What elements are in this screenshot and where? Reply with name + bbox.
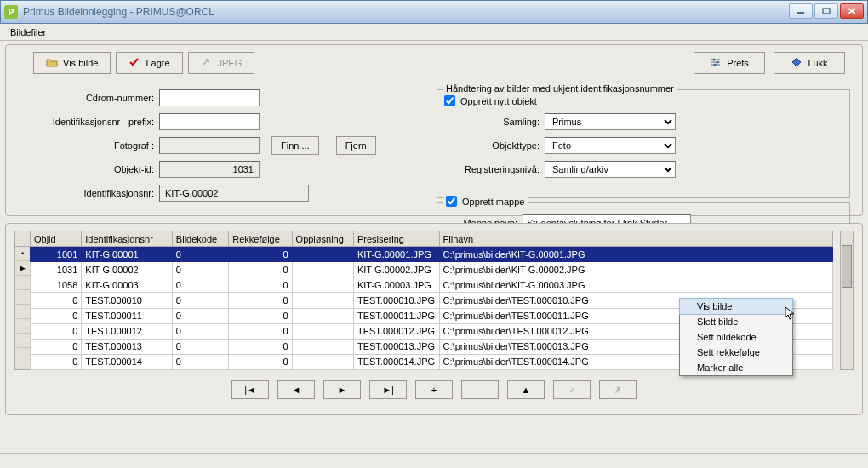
nav-commit-button[interactable]: ✓: [553, 380, 591, 399]
toolbar-panel: Vis bilde Lagre JPEG Pre: [5, 44, 863, 216]
sliders-icon: [710, 57, 722, 69]
column-header[interactable]: Filnavn: [439, 231, 832, 247]
prefix-input[interactable]: [159, 113, 260, 130]
column-header[interactable]: Rekkefølge: [229, 231, 292, 247]
nav-prev-button[interactable]: ◄: [277, 380, 315, 399]
idnr-input: [159, 185, 309, 202]
fjern-button[interactable]: Fjern: [336, 136, 376, 155]
table-row[interactable]: 1001KIT-G.0000100KIT-G.00001.JPGC:\primu…: [31, 247, 833, 262]
svg-point-9: [714, 64, 717, 66]
jpeg-button[interactable]: JPEG: [188, 52, 255, 74]
row-marker[interactable]: ▶: [15, 261, 30, 276]
nav-up-button[interactable]: ▲: [507, 380, 545, 399]
regniva-select[interactable]: Samling/arkiv: [545, 161, 676, 178]
nav-next-button[interactable]: ►: [323, 380, 361, 399]
context-menu: Vis bildeSlett bildeSett bildekodeSett r…: [679, 298, 793, 376]
nav-delete-button[interactable]: –: [461, 380, 499, 399]
context-menu-item[interactable]: Slett bilde: [680, 314, 792, 329]
table-row[interactable]: 1058KIT-G.0000300KIT-G.00003.JPGC:\primu…: [31, 277, 833, 293]
row-marker[interactable]: [15, 334, 30, 348]
cdrom-input[interactable]: [159, 89, 260, 106]
tool-icon: [201, 57, 213, 69]
folder-icon: [46, 57, 58, 69]
samling-select[interactable]: Primus: [545, 113, 676, 130]
statusbar: [0, 453, 868, 468]
vis-bilde-button[interactable]: Vis bilde: [33, 52, 111, 74]
row-marker[interactable]: [15, 348, 30, 362]
regniva-label: Registreringsnivå:: [444, 164, 545, 174]
svg-point-8: [717, 61, 719, 64]
row-marker[interactable]: [15, 319, 30, 334]
row-marker[interactable]: [15, 276, 30, 290]
context-menu-item[interactable]: Sett rekkefølge: [680, 345, 792, 360]
objekttype-select[interactable]: Foto: [545, 137, 676, 154]
context-menu-item[interactable]: Marker alle: [680, 360, 792, 375]
maximize-button[interactable]: [814, 3, 838, 19]
close-button[interactable]: [840, 3, 864, 19]
context-menu-item[interactable]: Sett bildekode: [680, 329, 792, 345]
row-marker[interactable]: [15, 290, 30, 305]
row-selector-column: •▶: [14, 231, 30, 370]
window-title: Primus Bildeinnlegging - PRIMUS@ORCL: [23, 6, 214, 18]
samling-label: Samling:: [444, 117, 545, 127]
fotograf-label: Fotograf :: [23, 140, 159, 151]
nav-add-button[interactable]: +: [415, 380, 453, 399]
row-marker[interactable]: [15, 305, 30, 319]
objektid-input: [159, 161, 260, 178]
lukk-label: Lukk: [808, 58, 827, 68]
finn-button[interactable]: Finn ...: [271, 136, 319, 155]
opprett-mappe-label: Opprett mappe: [462, 197, 524, 207]
lagre-label: Lagre: [146, 58, 169, 68]
lagre-button[interactable]: Lagre: [116, 52, 182, 74]
table-row[interactable]: 1031KIT-G.0000200KIT-G.00002.JPGC:\primu…: [31, 262, 833, 277]
menubar: Bildefiler: [0, 24, 868, 41]
vertical-scrollbar[interactable]: [840, 231, 854, 370]
cdrom-label: Cdrom-nummer:: [23, 93, 159, 103]
lukk-button[interactable]: Lukk: [774, 52, 845, 74]
column-header[interactable]: Oppløsning: [292, 231, 353, 247]
jpeg-label: JPEG: [218, 58, 243, 68]
prefs-button[interactable]: Prefs: [694, 52, 765, 74]
svg-point-7: [713, 59, 716, 61]
prefix-label: Identifikasjonsnr - prefix:: [23, 117, 159, 127]
app-icon: P: [4, 5, 18, 19]
diamond-icon: [791, 57, 802, 69]
nav-cancel-button[interactable]: ✗: [599, 380, 637, 399]
column-header[interactable]: Identifikasjonsnr: [82, 231, 173, 247]
column-header[interactable]: Objid: [31, 231, 82, 247]
opprett-mappe-checkbox[interactable]: [446, 196, 457, 207]
check-icon: [128, 57, 140, 69]
group-title: Håndtering av bilder med ukjent identifi…: [443, 83, 677, 94]
svg-rect-1: [823, 9, 830, 14]
nav-last-button[interactable]: ►|: [369, 380, 407, 399]
opprett-objekt-label: Opprett nytt objekt: [460, 96, 537, 106]
minimize-button[interactable]: [789, 3, 813, 19]
context-menu-item[interactable]: Vis bilde: [679, 298, 793, 315]
column-header[interactable]: Presisering: [353, 231, 439, 247]
nav-first-button[interactable]: |◄: [231, 380, 269, 399]
opprett-objekt-checkbox[interactable]: [444, 95, 455, 106]
row-marker[interactable]: •: [15, 247, 30, 261]
menu-bildefiler[interactable]: Bildefiler: [5, 26, 51, 39]
vis-bilde-label: Vis bilde: [63, 58, 98, 68]
objektid-label: Objekt-id:: [23, 164, 159, 174]
titlebar: P Primus Bildeinnlegging - PRIMUS@ORCL: [0, 0, 868, 24]
prefs-label: Prefs: [727, 58, 749, 68]
column-header[interactable]: Bildekode: [172, 231, 228, 247]
objekttype-label: Objekttype:: [444, 140, 545, 151]
fotograf-input: [159, 137, 260, 154]
idnr-label: Identifikasjonsnr:: [23, 188, 159, 198]
